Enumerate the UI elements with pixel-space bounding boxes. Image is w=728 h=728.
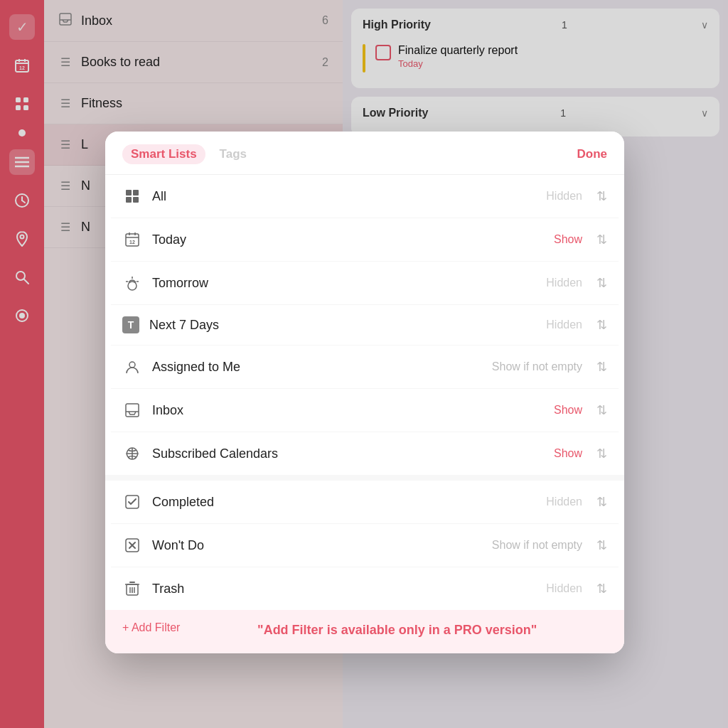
tab-smart-lists[interactable]: Smart Lists [122, 144, 205, 164]
today-status: Show [554, 233, 582, 246]
smart-list-assigned[interactable]: Assigned to Me Show if not empty ⇅ [111, 346, 619, 389]
modal-footer: + Add Filter "Add Filter is available on… [105, 610, 624, 653]
svg-rect-24 [126, 197, 132, 203]
all-sort-icon[interactable]: ⇅ [596, 188, 607, 204]
smart-list-wontdo[interactable]: Won't Do Show if not empty ⇅ [111, 524, 619, 567]
inbox-modal-name: Inbox [152, 403, 544, 418]
svg-text:i: i [132, 589, 132, 594]
inbox-sort-icon[interactable]: ⇅ [596, 402, 607, 418]
add-filter-button[interactable]: + Add Filter [122, 621, 180, 634]
subscribed-sort-icon[interactable]: ⇅ [596, 446, 607, 461]
next7days-status: Hidden [546, 318, 582, 331]
done-button[interactable]: Done [577, 147, 608, 161]
tab-tags[interactable]: Tags [211, 144, 255, 164]
assigned-sort-icon[interactable]: ⇅ [596, 359, 607, 375]
today-icon: 12 [122, 230, 142, 250]
all-status: Hidden [546, 190, 582, 203]
smart-list-tomorrow[interactable]: Tomorrow Hidden ⇅ [111, 262, 619, 305]
svg-rect-23 [133, 190, 139, 196]
wontdo-name: Won't Do [152, 538, 482, 553]
svg-rect-25 [133, 197, 139, 203]
all-name: All [152, 189, 536, 204]
wontdo-icon [122, 535, 142, 555]
trash-icon: i [122, 579, 142, 599]
completed-icon [122, 492, 142, 512]
modal-header: Smart Lists Tags Done [105, 132, 624, 175]
inbox-modal-icon [122, 400, 142, 420]
svg-rect-22 [126, 190, 132, 196]
smart-list-next7days[interactable]: T Next 7 Days Hidden ⇅ [111, 305, 619, 346]
svg-point-31 [128, 282, 136, 290]
smart-list-all[interactable]: All Hidden ⇅ [111, 175, 619, 218]
modal-list-secondary: Completed Hidden ⇅ Won't Do Show if not … [105, 481, 624, 610]
svg-point-35 [129, 362, 135, 368]
subscribed-status: Show [554, 447, 582, 460]
today-sort-icon[interactable]: ⇅ [596, 232, 607, 247]
smart-list-completed[interactable]: Completed Hidden ⇅ [111, 481, 619, 524]
smart-list-subscribed[interactable]: Subscribed Calendars Show ⇅ [111, 432, 619, 475]
modal-separator [105, 475, 624, 481]
subscribed-icon [122, 444, 142, 464]
smart-list-trash[interactable]: i Trash Hidden ⇅ [111, 567, 619, 610]
tomorrow-sort-icon[interactable]: ⇅ [596, 275, 607, 291]
assigned-status: Show if not empty [492, 360, 582, 373]
completed-sort-icon[interactable]: ⇅ [596, 494, 607, 510]
trash-sort-icon[interactable]: ⇅ [596, 581, 607, 596]
tomorrow-status: Hidden [546, 277, 582, 289]
next7days-name: Next 7 Days [149, 318, 536, 333]
inbox-modal-status: Show [554, 404, 582, 417]
all-icon [122, 186, 142, 206]
assigned-icon [122, 357, 142, 377]
trash-name: Trash [152, 582, 536, 596]
svg-text:12: 12 [129, 240, 135, 245]
today-name: Today [152, 232, 544, 247]
pro-message: "Add Filter is available only in a PRO v… [187, 621, 607, 639]
smart-lists-modal: Smart Lists Tags Done All Hidden ⇅ [105, 132, 624, 653]
tomorrow-icon [122, 273, 142, 293]
trash-status: Hidden [546, 582, 582, 595]
smart-list-today[interactable]: 12 Today Show ⇅ [111, 218, 619, 262]
modal-list-primary: All Hidden ⇅ 12 Today Show ⇅ [105, 175, 624, 475]
next7days-icon: T [122, 316, 139, 333]
completed-name: Completed [152, 495, 536, 510]
wontdo-status: Show if not empty [492, 539, 582, 552]
subscribed-name: Subscribed Calendars [152, 446, 544, 461]
tomorrow-name: Tomorrow [152, 276, 536, 291]
smart-list-inbox[interactable]: Inbox Show ⇅ [111, 389, 619, 432]
completed-status: Hidden [546, 496, 582, 508]
wontdo-sort-icon[interactable]: ⇅ [596, 537, 607, 553]
assigned-name: Assigned to Me [152, 360, 482, 375]
next7days-sort-icon[interactable]: ⇅ [596, 317, 607, 333]
